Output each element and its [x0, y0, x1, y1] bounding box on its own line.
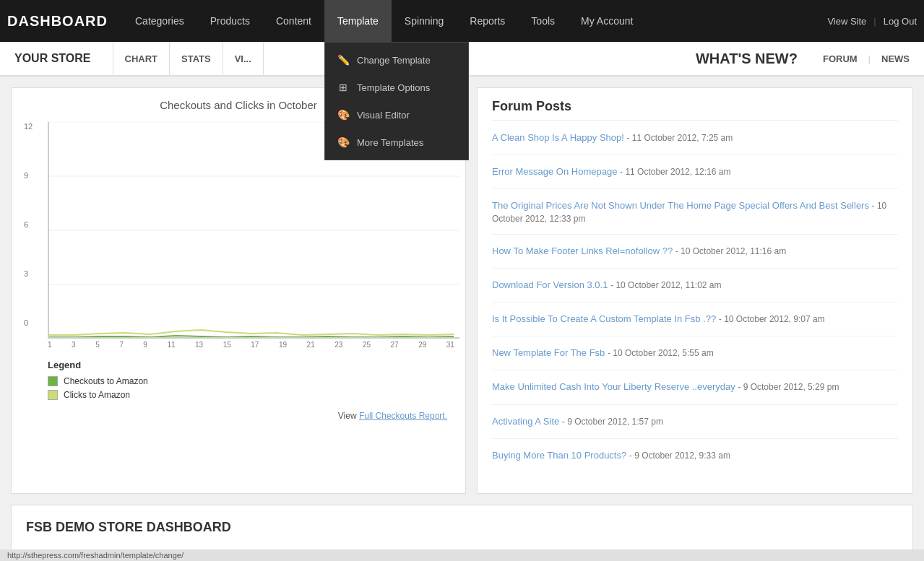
x-label: 27 [391, 341, 399, 349]
forum-post-date: - 10 October 2012, 11:02 am [610, 280, 721, 290]
x-label: 3 [72, 341, 76, 349]
full-checkouts-link[interactable]: Full Checkouts Report. [359, 411, 447, 421]
nav-item-spinning[interactable]: Spinning [392, 0, 457, 42]
clicks-line [49, 330, 454, 335]
forum-post-link[interactable]: A Clean Shop Is A Happy Shop! [492, 132, 624, 143]
sub-nav-items: CHART STATS VI... [113, 42, 264, 75]
y-label-9: 9 [24, 171, 33, 180]
nav-item-template[interactable]: Template ✏️ Change Template ⊞ Template O… [324, 0, 392, 42]
forum-post-link[interactable]: Buying More Than 10 Products? [492, 450, 626, 461]
y-label-3: 3 [24, 269, 33, 278]
checkouts-line [49, 336, 454, 337]
menu-item-more-templates[interactable]: 🎨 More Templates [325, 129, 468, 156]
nav-item-products[interactable]: Products [197, 0, 263, 42]
brand-logo: DASHBOARD [7, 13, 108, 30]
forum-post-date: - 11 October 2012, 7:25 am [626, 133, 733, 143]
legend-color-clicks [48, 390, 58, 400]
forum-post-date: - 11 October 2012, 12:16 am [620, 167, 730, 177]
forum-post-link[interactable]: Is It Possible To Create A Custom Templa… [492, 313, 716, 324]
x-label: 1 [48, 341, 52, 349]
sub-nav-vi[interactable]: VI... [223, 42, 264, 75]
legend-item-clicks: Clicks to Amazon [48, 390, 454, 400]
forum-title: Forum Posts [492, 99, 898, 121]
template-dropdown: ✏️ Change Template ⊞ Template Options 🎨 … [324, 42, 469, 160]
menu-item-template-options[interactable]: ⊞ Template Options [325, 74, 468, 101]
x-label: 23 [334, 341, 342, 349]
forum-post-date: - 9 October 2012, 5:29 pm [738, 382, 839, 392]
forum-post-date: - 10 October 2012, 11:16 am [675, 246, 786, 256]
forum-post-link[interactable]: How To Make Footer Links Rel=nofollow ?? [492, 245, 673, 256]
top-navigation: DASHBOARD Categories Products Content Te… [0, 0, 924, 42]
forum-post-link[interactable]: Download For Version 3.0.1 [492, 279, 608, 290]
x-label: 17 [251, 341, 259, 349]
sub-nav-stats[interactable]: STATS [170, 42, 223, 75]
pencil-icon: ✏️ [337, 53, 350, 66]
forum-post-item: Make Unlimited Cash Into Your Liberty Re… [492, 380, 898, 404]
x-label: 7 [119, 341, 124, 349]
forum-post-link[interactable]: Error Message On Homepage [492, 166, 617, 177]
forum-posts-list: A Clean Shop Is A Happy Shop! - 11 Octob… [492, 131, 898, 472]
y-label-12: 12 [24, 122, 33, 131]
x-label: 13 [195, 341, 203, 349]
forum-post-link[interactable]: The Original Prices Are Not Shown Under … [492, 200, 869, 211]
y-label-0: 0 [24, 318, 33, 327]
store-title: YOUR STORE [14, 52, 91, 65]
forum-post-item: The Original Prices Are Not Shown Under … [492, 199, 898, 234]
logout-link[interactable]: Log Out [884, 16, 917, 27]
forum-post-link[interactable]: Make Unlimited Cash Into Your Liberty Re… [492, 381, 735, 392]
y-label-6: 6 [24, 220, 33, 229]
x-label: 21 [307, 341, 315, 349]
second-nav-right-links: FORUM | NEWS [823, 53, 910, 64]
forum-post-date: - 10 October 2012, 9:07 am [719, 314, 825, 324]
nav-separator: | [873, 16, 876, 27]
forum-post-item: Buying More Than 10 Products? - 9 Octobe… [492, 449, 898, 472]
forum-post-item: Download For Version 3.0.1 - 10 October … [492, 279, 898, 303]
sub-nav-chart[interactable]: CHART [113, 42, 170, 75]
forum-post-date: - 9 October 2012, 1:57 pm [562, 417, 663, 427]
legend-item-checkouts: Checkouts to Amazon [48, 376, 454, 386]
forum-post-item: New Template For The Fsb - 10 October 20… [492, 347, 898, 370]
bottom-title: FSB DEMO STORE DASHBOARD [26, 520, 898, 535]
forum-post-item: A Clean Shop Is A Happy Shop! - 11 Octob… [492, 131, 898, 155]
forum-post-link[interactable]: New Template For The Fsb [492, 347, 605, 358]
forum-post-item: Activating A Site - 9 October 2012, 1:57… [492, 415, 898, 439]
legend-color-checkouts [48, 376, 58, 386]
x-label: 31 [446, 341, 454, 349]
forum-post-date: - 10 October 2012, 5:55 am [608, 348, 714, 358]
nav-right-links: View Site | Log Out [827, 16, 917, 27]
x-label: 25 [363, 341, 371, 349]
nav-item-categories[interactable]: Categories [122, 0, 197, 42]
nav-item-content[interactable]: Content [263, 0, 324, 42]
chart-legend: Legend Checkouts to Amazon Clicks to Ama… [22, 352, 454, 407]
forum-post-item: Is It Possible To Create A Custom Templa… [492, 313, 898, 336]
menu-item-visual-editor[interactable]: 🎨 Visual Editor [325, 101, 468, 129]
x-label: 19 [279, 341, 287, 349]
grid-icon: ⊞ [337, 81, 350, 94]
news-link[interactable]: NEWS [881, 53, 910, 64]
status-bar: http://sthepress.com/freshadmin/template… [0, 549, 924, 561]
forum-section: Forum Posts A Clean Shop Is A Happy Shop… [477, 87, 913, 494]
x-label: 5 [95, 341, 100, 349]
star-icon: 🎨 [337, 136, 350, 149]
forum-post-link[interactable]: Activating A Site [492, 416, 559, 427]
palette-icon: 🎨 [337, 108, 350, 121]
nav-items: Categories Products Content Template ✏️ … [122, 0, 827, 42]
right-sep: | [868, 53, 871, 64]
x-label: 11 [167, 341, 175, 349]
nav-item-reports[interactable]: Reports [457, 0, 518, 42]
whats-new-title: WHAT'S NEW? [696, 51, 798, 67]
x-label: 9 [143, 341, 147, 349]
nav-item-myaccount[interactable]: My Account [568, 0, 646, 42]
view-site-link[interactable]: View Site [827, 16, 866, 27]
forum-link[interactable]: FORUM [823, 53, 858, 64]
legend-title: Legend [48, 360, 454, 370]
view-full-report-link[interactable]: View Full Checkouts Report. [22, 411, 454, 421]
forum-post-date: - 9 October 2012, 9:33 am [629, 451, 730, 461]
nav-item-tools[interactable]: Tools [518, 0, 568, 42]
x-label: 15 [223, 341, 231, 349]
forum-post-item: How To Make Footer Links Rel=nofollow ??… [492, 245, 898, 269]
forum-post-item: Error Message On Homepage - 11 October 2… [492, 165, 898, 189]
x-label: 29 [418, 341, 426, 349]
menu-item-change-template[interactable]: ✏️ Change Template [325, 46, 468, 74]
